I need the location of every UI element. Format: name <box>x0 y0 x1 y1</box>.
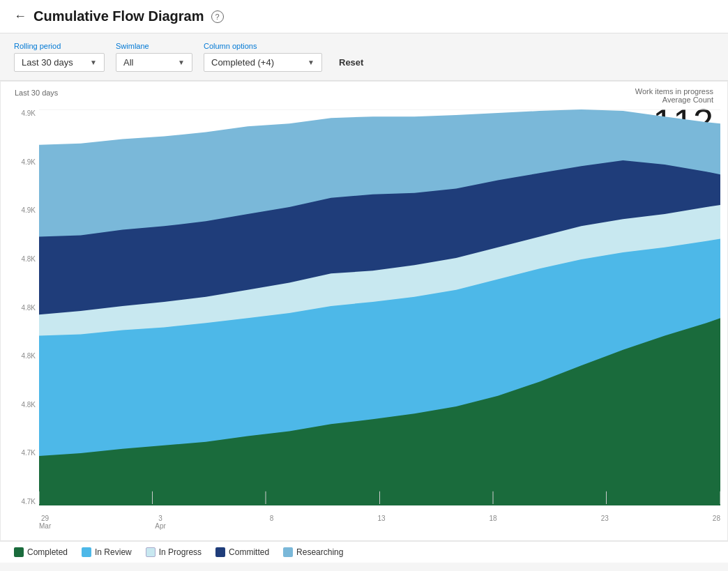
committed-color-swatch <box>215 547 225 557</box>
x-label-3: 3 Apr <box>155 515 166 530</box>
y-label-2: 4.9K <box>8 158 36 166</box>
in-review-color-swatch <box>82 547 91 557</box>
chart-period-label: Last 30 days <box>15 89 58 97</box>
x-label-28: 28 <box>713 515 720 530</box>
researching-color-swatch <box>283 547 293 557</box>
in-progress-color-swatch <box>146 547 156 557</box>
y-label-9: 4.7K <box>8 498 36 505</box>
column-options-chevron-icon: ▼ <box>308 59 314 66</box>
swimlane-chevron-icon: ▼ <box>178 59 185 66</box>
chart-legend: Completed In Review In Progress Committe… <box>0 541 728 563</box>
committed-label: Committed <box>229 547 269 557</box>
y-label-3: 4.9K <box>8 206 36 214</box>
back-button[interactable]: ← <box>14 9 26 24</box>
reset-button[interactable]: Reset <box>333 53 369 72</box>
in-review-label: In Review <box>95 547 132 557</box>
column-options-control: Column options Completed (+4) ▼ <box>204 42 322 72</box>
toolbar: Rolling period Last 30 days ▼ Swimlane A… <box>0 33 728 81</box>
y-label-4: 4.8K <box>8 255 36 263</box>
in-progress-label: In Progress <box>159 547 202 557</box>
swimlane-label: Swimlane <box>116 42 192 50</box>
help-icon[interactable]: ? <box>211 10 224 23</box>
completed-label: Completed <box>27 547 68 557</box>
y-label-1: 4.9K <box>8 109 36 117</box>
legend-item-in-progress: In Progress <box>146 547 202 557</box>
y-label-5: 4.8K <box>8 304 36 312</box>
chart-stats-label: Work items in progress <box>635 87 713 96</box>
y-axis: 4.9K 4.9K 4.9K 4.8K 4.8K 4.8K 4.8K 4.7K … <box>8 109 36 505</box>
page-header: ← Cumulative Flow Diagram ? <box>0 0 728 33</box>
x-label-13: 13 <box>377 515 385 530</box>
swimlane-control: Swimlane All ▼ <box>116 42 192 72</box>
y-label-8: 4.7K <box>8 449 36 457</box>
legend-item-researching: Researching <box>283 547 343 557</box>
swimlane-dropdown[interactable]: All ▼ <box>116 53 192 72</box>
legend-item-completed: Completed <box>14 547 68 557</box>
rolling-period-label: Rolling period <box>14 42 105 50</box>
chart-svg-area <box>39 109 720 505</box>
page-title: Cumulative Flow Diagram <box>33 8 204 24</box>
x-label-23: 23 <box>601 515 609 530</box>
rolling-period-control: Rolling period Last 30 days ▼ <box>14 42 105 72</box>
legend-item-in-review: In Review <box>82 547 132 557</box>
y-label-6: 4.8K <box>8 352 36 360</box>
rolling-period-dropdown[interactable]: Last 30 days ▼ <box>14 53 105 72</box>
rolling-period-chevron-icon: ▼ <box>90 59 97 66</box>
x-label-18: 18 <box>490 515 497 530</box>
chart-container: Last 30 days Work items in progress Aver… <box>0 81 728 541</box>
completed-color-swatch <box>14 547 24 557</box>
x-label-29: 29 Mar <box>39 515 51 530</box>
swimlane-value: All <box>123 57 133 68</box>
column-options-dropdown[interactable]: Completed (+4) ▼ <box>204 53 322 72</box>
column-options-label: Column options <box>204 42 322 50</box>
rolling-period-value: Last 30 days <box>22 57 73 68</box>
chart-svg <box>39 109 720 505</box>
back-icon: ← <box>14 9 26 24</box>
column-options-value: Completed (+4) <box>211 57 274 68</box>
legend-item-committed: Committed <box>215 547 269 557</box>
x-axis: 29 Mar 3 Apr 8 13 18 23 28 <box>39 515 720 530</box>
y-label-7: 4.8K <box>8 401 36 409</box>
researching-label: Researching <box>296 547 343 557</box>
x-label-8: 8 <box>270 515 274 530</box>
